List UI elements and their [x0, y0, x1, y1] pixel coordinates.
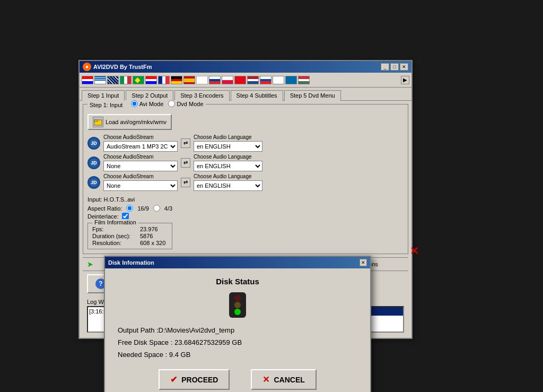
restore-button[interactable]: □ [390, 63, 399, 71]
resolution-value: 608 x 320 [140, 240, 165, 246]
flag-italy[interactable] [120, 76, 132, 84]
dialog-title: Disk Information [108, 259, 154, 266]
aspect-16-9-radio[interactable] [126, 205, 133, 212]
dialog-content: Disk Status Output Path :D:\Movies\Avi2d… [105, 268, 370, 392]
minimize-button[interactable]: _ [381, 63, 389, 71]
avi-mode-radio[interactable] [131, 100, 138, 107]
tab-bar: Step 1 Input Step 2 Output Step 3 Encode… [80, 88, 411, 100]
step1-group-label: Step 1: Input Avi Mode Dvd Mode [87, 100, 206, 108]
resolution-label: Resolution: [92, 240, 140, 246]
flag-slovakia[interactable] [260, 76, 272, 84]
audio-stream-3-select[interactable]: None [103, 180, 178, 191]
swap-btn-2[interactable]: ⇄ [181, 158, 190, 168]
svg-rect-1 [94, 120, 98, 121]
flag-bar: ▶ [80, 73, 411, 88]
light-yellow [234, 302, 241, 308]
fps-value: 23.976 [140, 226, 158, 232]
title-bar: ● AVI2DVD By TrustFm _ □ ✕ [80, 61, 411, 73]
audio-stream-3-label: Choose AudioStream [103, 173, 178, 179]
proceed-icon: ✔ [170, 374, 177, 385]
proceed-button[interactable]: ✔ PROCEED [159, 369, 230, 390]
duration-row: Duration (sec): 5876 [92, 233, 168, 239]
aspect-4-3-radio[interactable] [153, 205, 160, 212]
flag-netherlands[interactable] [247, 76, 259, 84]
audio-stream-2-row: JD Choose AudioStream None ⇄ Choose Audi… [87, 154, 404, 171]
film-info-group: Film Information Fps: 23.976 Duration (s… [87, 223, 172, 249]
flag-turkey[interactable] [234, 76, 246, 84]
flag-germany[interactable] [171, 76, 182, 84]
traffic-light [229, 292, 246, 318]
audio-icon-2: JD [87, 156, 100, 169]
dialog-title-bar: Disk Information ✕ [105, 257, 370, 268]
audio-lang-2-select[interactable]: en ENGLISH [194, 161, 262, 171]
flag-sweden[interactable] [285, 76, 297, 84]
flag-scroll-right[interactable]: ▶ [401, 76, 409, 84]
needed-space: Needed Space : 9.4 GB [118, 351, 357, 359]
close-x-icon[interactable]: ✕ [410, 245, 419, 257]
deinterlace-label: Deinterlace: [87, 213, 119, 220]
flag-hungary[interactable] [298, 76, 310, 84]
flag-poland[interactable] [222, 76, 233, 84]
dialog-close-button[interactable]: ✕ [360, 259, 367, 266]
audio-lang-2-label: Choose Audio Language [194, 154, 262, 160]
flag-finland[interactable] [273, 76, 284, 84]
cancel-label: CANCEL [274, 376, 304, 384]
dialog-buttons: ✔ PROCEED ✕ CANCEL [118, 369, 357, 390]
tab-step4[interactable]: Step 4 Subtitles [231, 90, 283, 101]
aspect-16-9-label: 16/9 [137, 205, 148, 212]
audio-stream-1-row: JD Choose AudioStream AudioStream 1 MP3 … [87, 134, 404, 152]
flag-france[interactable] [158, 76, 170, 84]
output-path: Output Path :D:\Movies\Avi2dvd_temp [118, 326, 357, 334]
app-icon: ● [83, 63, 91, 71]
cancel-icon: ✕ [262, 374, 269, 385]
close-button[interactable]: ✕ [400, 63, 408, 71]
flag-israel[interactable] [196, 76, 208, 84]
film-info-label: Film Information [92, 219, 138, 225]
load-button-label: Load avi/ogm/mkv/wmv [106, 119, 167, 125]
audio-icon-3: JD [87, 176, 100, 189]
flag-brazil[interactable] [133, 76, 144, 84]
load-icon [93, 117, 103, 127]
aspect-ratio-row: Aspect Ratio: 16/9 4/3 [87, 205, 404, 212]
audio-lang-3-label: Choose Audio Language [194, 173, 262, 179]
audio-lang-1-label: Choose Audio Language [194, 134, 262, 140]
disk-status-title: Disk Status [118, 277, 357, 286]
flag-spain[interactable] [183, 76, 195, 84]
duration-label: Duration (sec): [92, 233, 140, 239]
flag-croatia2[interactable] [145, 76, 157, 84]
tab-step5[interactable]: Step 5 Dvd Menu [284, 90, 341, 101]
swap-btn-3[interactable]: ⇄ [181, 178, 190, 187]
audio-stream-2-label: Choose AudioStream [103, 154, 178, 160]
tab-step2[interactable]: Step 2 Output [126, 90, 173, 101]
light-red [234, 295, 241, 301]
proceed-label: PROCEED [181, 376, 218, 384]
step1-group: Step 1: Input Avi Mode Dvd Mode [83, 104, 408, 254]
light-green [234, 309, 241, 315]
flag-greece[interactable] [94, 76, 106, 84]
tab-step1[interactable]: Step 1 Input [82, 90, 125, 101]
fps-row: Fps: 23.976 [92, 226, 168, 232]
fps-label: Fps: [92, 226, 140, 232]
dvd-mode-radio[interactable] [168, 100, 175, 107]
swap-btn-1[interactable]: ⇄ [181, 138, 190, 148]
disk-info-dialog: Disk Information ✕ Disk Status Output Pa… [104, 256, 371, 392]
audio-lang-3-select[interactable]: en ENGLISH [194, 180, 262, 191]
tab-step3[interactable]: Step 3 Encoders [174, 90, 229, 101]
dvd-mode-label: Dvd Mode [177, 101, 203, 107]
audio-lang-1-select[interactable]: en ENGLISH [194, 141, 262, 152]
resolution-row: Resolution: 608 x 320 [92, 240, 168, 246]
flag-russia[interactable] [209, 76, 221, 84]
audio-stream-1-select[interactable]: AudioStream 1 MP3 2CH [103, 141, 178, 152]
cancel-button[interactable]: ✕ CANCEL [251, 369, 316, 390]
audio-stream-3-row: JD Choose AudioStream None ⇄ Choose Audi… [87, 173, 404, 191]
aspect-label: Aspect Ratio: [87, 205, 122, 212]
free-space: Free Disk Space : 23.684627532959 GB [118, 338, 357, 346]
title-bar-buttons: _ □ ✕ [381, 63, 408, 71]
audio-icon-1: JD [87, 137, 100, 150]
duration-value: 5876 [140, 233, 153, 239]
arrow-icon-1: ➤ [87, 260, 93, 268]
flag-croatia[interactable] [82, 76, 93, 84]
flag-uk[interactable] [107, 76, 119, 84]
audio-stream-2-select[interactable]: None [103, 161, 178, 171]
load-button[interactable]: Load avi/ogm/mkv/wmv [87, 114, 172, 130]
